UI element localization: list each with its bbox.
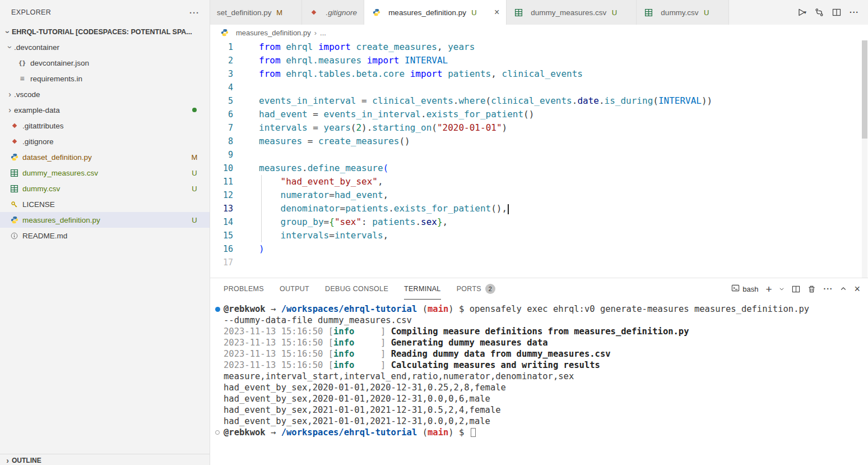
shell-selector[interactable]: bash: [731, 284, 758, 294]
panel-tab-label: DEBUG CONSOLE: [325, 285, 388, 293]
code-line-13: 13 denominator=patients.exists_for_patie…: [210, 202, 868, 215]
file-label: .gitignore: [22, 137, 210, 146]
tab-dummy-csv[interactable]: dummy.csvU: [637, 0, 728, 25]
code-editor[interactable]: 1from ehrql import create_measures, year…: [210, 40, 868, 278]
close-panel-icon[interactable]: ×: [854, 284, 860, 294]
chevron-right-icon: ›: [3, 457, 12, 464]
terminal-line: measure,interval_start,interval_end,rati…: [210, 371, 868, 382]
code-line-10: 10measures.define_measure(: [210, 162, 868, 175]
line-number: 13: [210, 202, 243, 215]
tab-label: .gitignore: [326, 8, 358, 17]
tree-item-example-data[interactable]: ›example-data: [0, 102, 210, 118]
python-icon: [219, 28, 230, 37]
panel-header: PROBLEMSOUTPUTDEBUG CONSOLETERMINALPORTS…: [210, 278, 868, 300]
terminal[interactable]: @rebkwok → /workspaces/ehrql-tutorial (m…: [210, 300, 868, 465]
breadcrumb-symbol[interactable]: ...: [320, 29, 326, 37]
run-python-file-button[interactable]: ▾: [797, 8, 806, 17]
line-number: 4: [210, 81, 243, 94]
kill-terminal-button[interactable]: [807, 285, 816, 293]
line-number: 8: [210, 135, 243, 148]
bash-icon: [731, 284, 740, 294]
git-status-badge: U: [470, 8, 478, 17]
tree-item-gitignore[interactable]: .gitignore: [0, 133, 210, 149]
more-actions-icon[interactable]: ···: [850, 8, 859, 17]
maximize-panel-icon[interactable]: [840, 286, 847, 292]
more-actions-icon[interactable]: ···: [823, 284, 833, 293]
bottom-panel: PROBLEMSOUTPUTDEBUG CONSOLETERMINALPORTS…: [210, 278, 868, 465]
chevron-down-icon: ›: [4, 28, 12, 36]
tab-gitignore[interactable]: .gitignore: [302, 0, 365, 25]
breadcrumb-file[interactable]: measures_definition.py: [236, 29, 311, 37]
panel-tab-terminal[interactable]: TERMINAL: [404, 278, 441, 300]
command-decoration-icon[interactable]: [215, 307, 220, 312]
code-line-5: 5events_in_interval = clinical_events.wh…: [210, 94, 868, 108]
tree-item-devcontainer[interactable]: ›.devcontainer: [0, 39, 210, 55]
outline-label: OUTLINE: [12, 457, 41, 464]
panel-tab-output[interactable]: OUTPUT: [280, 278, 309, 300]
file-label: measures_definition.py: [22, 216, 191, 224]
prompt-decoration-icon[interactable]: [215, 430, 220, 435]
tree-item-devcontainer-json[interactable]: {}devcontainer.json: [0, 55, 210, 71]
tree-item-license[interactable]: LICENSE: [0, 196, 210, 212]
launch-profile-chevron-icon[interactable]: [779, 286, 785, 292]
line-number: 9: [210, 148, 243, 162]
panel-tab-label: PROBLEMS: [224, 285, 264, 293]
panel-tab-debug-console[interactable]: DEBUG CONSOLE: [325, 278, 388, 300]
breadcrumb[interactable]: measures_definition.py › ...: [210, 25, 868, 40]
table-icon: [643, 8, 654, 17]
editor-group: set_definition.pyM.gitignoremeasures_def…: [210, 0, 868, 465]
vscode-window: EXPLORER ··· › EHRQL-TUTORIAL [CODESPACE…: [0, 0, 868, 465]
file-label: .vscode: [14, 90, 210, 99]
git-status-badge: M: [276, 8, 284, 17]
code-line-9: 9: [210, 148, 868, 162]
chevron-down-icon: ▾: [804, 10, 806, 15]
terminal-line: had_event_by_sex,2020-01-01,2020-12-31,0…: [210, 382, 868, 393]
tab-label: dummy_measures.csv: [531, 8, 606, 17]
tab-label: dummy.csv: [661, 8, 698, 17]
table-icon: [513, 8, 524, 17]
tree-item-vscode[interactable]: ›.vscode: [0, 86, 210, 102]
tree-item-readme-md[interactable]: README.md: [0, 228, 210, 243]
close-tab-icon[interactable]: ×: [494, 8, 499, 17]
changes-dot: [192, 108, 197, 112]
panel-tab-label: PORTS: [457, 285, 481, 293]
text-cursor: [508, 204, 509, 214]
line-number: 6: [210, 108, 243, 121]
tree-item-dataset-definition-py[interactable]: dataset_definition.pyM: [0, 149, 210, 165]
line-number: 14: [210, 215, 243, 229]
panel-tab-strip: PROBLEMSOUTPUTDEBUG CONSOLETERMINALPORTS…: [224, 278, 495, 300]
python-icon: [9, 153, 20, 162]
explorer-more-actions-icon[interactable]: ···: [189, 8, 199, 17]
json-icon: {}: [17, 58, 27, 67]
tree-item-requirements-in[interactable]: ≡requirements.in: [0, 71, 210, 86]
line-number: 2: [210, 54, 243, 67]
ports-count-badge: 2: [485, 284, 495, 294]
explorer-title: EXPLORER: [11, 8, 51, 16]
split-editor-icon[interactable]: [832, 8, 841, 17]
tree-item-dummy-measures-csv[interactable]: dummy_measures.csvU: [0, 165, 210, 181]
editor-scrollbar[interactable]: [862, 40, 867, 278]
panel-tab-ports[interactable]: PORTS2: [457, 278, 495, 300]
git-status-badge: U: [191, 169, 198, 177]
tree-item-measures-definition-py[interactable]: measures_definition.pyU: [0, 212, 210, 228]
tab-set-definition-py[interactable]: set_definition.pyM: [210, 0, 302, 25]
git-icon: [9, 137, 20, 146]
panel-tab-problems[interactable]: PROBLEMS: [224, 278, 264, 300]
tab-measures-definition-py[interactable]: measures_definition.pyU×: [364, 0, 507, 25]
new-terminal-button[interactable]: +: [765, 284, 772, 294]
python-icon: [9, 215, 20, 224]
tree-item-gitattributes[interactable]: .gitattributes: [0, 118, 210, 133]
outline-section[interactable]: › OUTLINE: [0, 454, 210, 465]
terminal-line: had_event_by_sex,2020-01-01,2020-12-31,0…: [210, 393, 868, 404]
file-label: .devcontainer: [14, 43, 210, 52]
scrollbar-slider[interactable]: [862, 40, 867, 139]
tab-dummy-measures-csv[interactable]: dummy_measures.csvU: [507, 0, 637, 25]
open-changes-icon[interactable]: [815, 8, 824, 17]
shell-name: bash: [742, 285, 758, 293]
tree-item-dummy-csv[interactable]: dummy.csvU: [0, 181, 210, 196]
split-terminal-button[interactable]: [792, 285, 800, 293]
file-label: dummy.csv: [22, 185, 191, 193]
python-icon: [371, 8, 382, 17]
project-root[interactable]: › EHRQL-TUTORIAL [CODESPACES: POTENTIAL …: [0, 25, 210, 39]
code-line-2: 2from ehrql.measures import INTERVAL: [210, 54, 868, 67]
